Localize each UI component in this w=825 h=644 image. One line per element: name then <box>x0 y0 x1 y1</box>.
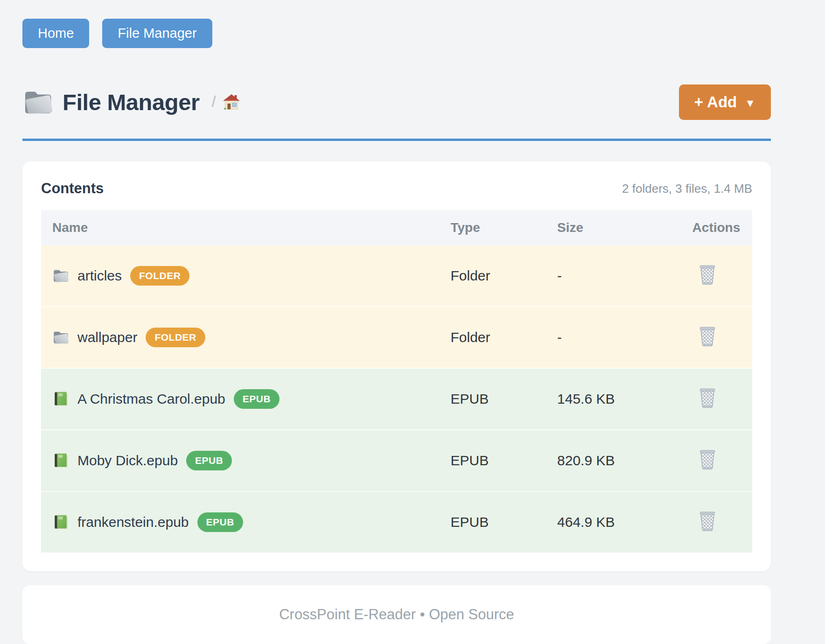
type-cell: EPUB <box>439 491 546 553</box>
file-name[interactable]: articles <box>77 268 122 284</box>
type-badge: FOLDER <box>146 328 205 347</box>
table-row[interactable]: frankenstein.epub EPUB EPUB 464.9 KB <box>41 491 752 553</box>
type-cell: Folder <box>439 307 546 368</box>
trash-icon <box>698 510 717 532</box>
table-row[interactable]: A Christmas Carol.epub EPUB EPUB 145.6 K… <box>41 368 752 430</box>
green-book-icon <box>52 453 69 469</box>
delete-button[interactable] <box>698 263 717 285</box>
add-button-label: + Add <box>694 93 737 111</box>
file-name[interactable]: frankenstein.epub <box>77 514 189 530</box>
delete-button[interactable] <box>698 325 717 347</box>
trash-icon <box>698 263 717 285</box>
table-header-row: Name Type Size Actions <box>41 210 752 245</box>
add-button[interactable]: + Add ▼ <box>679 84 771 120</box>
size-cell: - <box>546 245 681 307</box>
nav-home-button[interactable]: Home <box>22 19 89 48</box>
type-cell: EPUB <box>439 368 546 430</box>
folder-icon <box>52 329 69 345</box>
nav-file-manager-button[interactable]: File Manager <box>102 19 212 48</box>
type-cell: EPUB <box>439 430 546 491</box>
type-badge: EPUB <box>234 389 280 409</box>
file-name[interactable]: wallpaper <box>77 329 137 345</box>
column-header-size: Size <box>546 210 681 245</box>
delete-button[interactable] <box>698 386 717 408</box>
page: Home File Manager File Manager / <box>22 0 771 644</box>
size-cell: 145.6 KB <box>546 368 681 430</box>
type-badge: EPUB <box>186 451 232 470</box>
folder-icon <box>22 89 53 116</box>
contents-card-header: Contents 2 folders, 3 files, 1.4 MB <box>41 180 752 197</box>
footer-text: CrossPoint E-Reader • Open Source <box>279 606 514 623</box>
trash-icon <box>698 448 717 470</box>
delete-button[interactable] <box>698 448 717 470</box>
breadcrumb: / <box>212 93 240 112</box>
contents-card: Contents 2 folders, 3 files, 1.4 MB Name… <box>22 161 771 571</box>
contents-summary: 2 folders, 3 files, 1.4 MB <box>622 182 752 196</box>
size-cell: 464.9 KB <box>546 491 681 553</box>
file-name[interactable]: Moby Dick.epub <box>77 453 178 469</box>
title-wrap: File Manager / <box>22 89 240 116</box>
folder-icon <box>52 268 69 284</box>
trash-icon <box>698 325 717 347</box>
footer: CrossPoint E-Reader • Open Source <box>22 585 771 644</box>
size-cell: 820.9 KB <box>546 430 681 491</box>
type-badge: EPUB <box>197 512 243 532</box>
type-badge: FOLDER <box>130 266 189 286</box>
breadcrumb-separator: / <box>212 93 216 111</box>
table-row[interactable]: articles FOLDER Folder - <box>41 245 752 307</box>
trash-icon <box>698 386 717 408</box>
file-name[interactable]: A Christmas Carol.epub <box>77 391 225 407</box>
green-book-icon <box>52 514 69 530</box>
contents-title: Contents <box>41 180 104 197</box>
file-table: Name Type Size Actions <box>41 210 752 553</box>
table-row[interactable]: Moby Dick.epub EPUB EPUB 820.9 KB <box>41 430 752 491</box>
caret-down-icon: ▼ <box>745 97 755 110</box>
page-title: File Manager <box>63 89 200 115</box>
page-header: File Manager / + Add ▼ <box>22 84 771 120</box>
top-nav: Home File Manager <box>22 0 771 48</box>
column-header-actions: Actions <box>681 210 752 245</box>
home-icon[interactable] <box>223 94 240 111</box>
delete-button[interactable] <box>698 510 717 532</box>
column-header-name: Name <box>41 210 439 245</box>
header-rule <box>22 139 771 141</box>
column-header-type: Type <box>439 210 546 245</box>
type-cell: Folder <box>439 245 546 307</box>
table-row[interactable]: wallpaper FOLDER Folder - <box>41 307 752 368</box>
green-book-icon <box>52 391 69 407</box>
table-body: articles FOLDER Folder - <box>41 245 752 553</box>
size-cell: - <box>546 307 681 368</box>
